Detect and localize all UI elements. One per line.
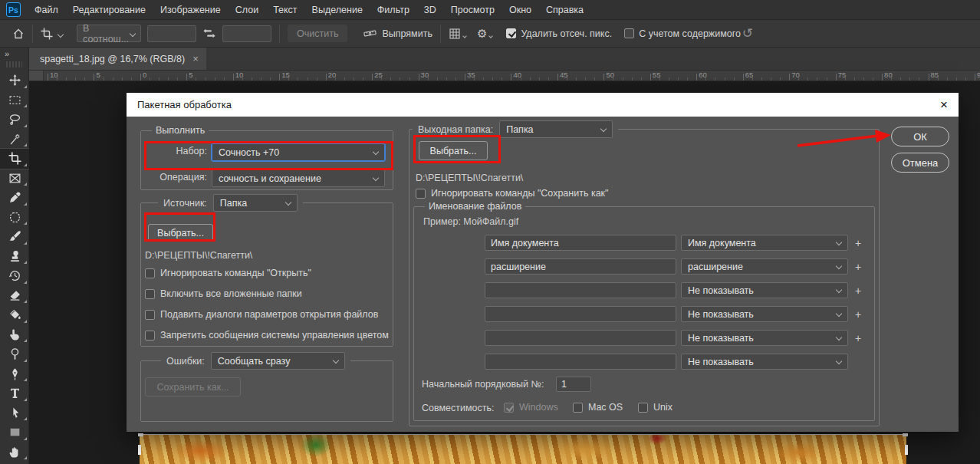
destination-choose-button[interactable]: Выбрать... [419,141,488,160]
menu-item-edit[interactable]: Редактирование [73,5,146,15]
tab-close-icon[interactable]: × [192,53,199,64]
pen-tool[interactable] [0,364,29,384]
naming-field-input-5[interactable] [485,330,676,346]
naming-field-input-2[interactable] [485,258,676,275]
naming-field-select-4[interactable]: Не показывать [681,306,848,322]
crop-width-input[interactable] [147,25,196,42]
rectangle-tool[interactable] [0,423,29,443]
crop-tool-icon[interactable] [41,28,53,40]
document-tab[interactable]: spagetti_18.jpg @ 16,7% (RGB/8) × [29,48,206,70]
menu-item-filter[interactable]: Фильтр [377,5,409,15]
save-as-button[interactable]: Сохранить как... [145,377,241,397]
photoshop-logo[interactable]: Ps [6,2,21,17]
menu-item-window[interactable]: Окно [509,5,531,15]
menu-item-type[interactable]: Текст [273,5,297,15]
naming-field-select-2[interactable]: расширение [681,258,848,275]
set-select[interactable]: Сочность +70 [212,143,385,161]
naming-row: Не показывать+ [485,282,861,298]
naming-field-select-3[interactable]: Не показывать [681,282,848,298]
compat-windows-checkbox[interactable] [504,403,514,413]
naming-row: расширение+ [485,258,861,275]
menu-item-select[interactable]: Выделение [312,5,363,15]
crop-ratio-select[interactable]: В соотнош... [77,25,141,42]
source-option-checkbox[interactable] [145,310,155,320]
source-option-checkbox[interactable] [145,268,155,278]
straighten-icon[interactable] [363,28,377,39]
delete-cropped-pixels-checkbox[interactable] [506,28,516,38]
chevron-down-icon[interactable] [58,31,64,37]
menu-item-layers[interactable]: Слои [235,5,258,15]
naming-field-select-6[interactable]: Не показывать [681,354,848,370]
rectangular-marquee-tool[interactable] [0,90,29,110]
brush-tool[interactable] [0,227,29,247]
serial-number-input[interactable] [556,377,591,392]
naming-field-input-3[interactable] [485,282,676,298]
panel-expand-icon[interactable]: » [0,48,28,60]
add-field-button[interactable]: + [855,285,861,297]
naming-field-input-4[interactable] [485,306,676,322]
move-tool[interactable] [0,71,29,90]
source-legend-row: Источник: Папка [158,194,303,212]
healing-brush-tool[interactable] [0,208,29,228]
menu-item-3d[interactable]: 3D [424,5,436,15]
eyedropper-tool[interactable] [0,188,29,208]
action-select[interactable]: сочность и сохранение [212,169,385,187]
errors-select[interactable]: Сообщать сразу [211,352,345,370]
source-option-checkbox[interactable] [145,331,155,341]
straighten-button[interactable]: Выпрямить [382,28,432,39]
crop-height-input[interactable] [222,25,271,42]
source-option-checkbox[interactable] [145,289,155,299]
source-choose-button[interactable]: Выбрать... [148,224,213,242]
override-save-as-checkbox[interactable] [416,189,426,199]
naming-field-select-5[interactable]: Не показывать [681,330,848,346]
hand-tool[interactable] [0,443,29,462]
history-brush-tool[interactable] [0,266,29,286]
swap-dimensions-icon[interactable] [202,28,216,38]
dodge-tool[interactable] [0,344,29,364]
ok-button[interactable]: ОК [891,127,949,146]
add-field-button[interactable]: + [855,237,861,249]
naming-field-select-value: Имя документа [688,238,756,248]
smudge-tool[interactable] [0,325,29,345]
reset-tool-icon[interactable]: ↺ [742,25,753,41]
compat-macos-checkbox[interactable] [573,403,583,413]
content-aware-checkbox[interactable] [624,28,634,38]
menu-item-image[interactable]: Изображение [160,5,221,15]
add-field-button[interactable]: + [855,261,861,273]
naming-example: Пример: МойФайл.gif [423,216,518,227]
path-selection-tool[interactable] [0,403,29,423]
destination-select[interactable]: Папка [499,120,613,138]
crop-tool[interactable] [0,149,29,169]
paint-bucket-tool[interactable] [0,305,29,325]
compat-unix-checkbox[interactable] [638,403,648,413]
crop-handle[interactable] [905,445,908,455]
eraser-tool[interactable] [0,286,29,306]
ruler-label: 40 [514,71,522,79]
menu-item-file[interactable]: Файл [35,5,58,15]
menu-item-help[interactable]: Справка [546,5,584,15]
crop-handle[interactable] [903,433,908,436]
dialog-title-bar[interactable]: Пакетная обработка × [127,93,959,117]
add-field-button[interactable]: + [855,332,861,344]
add-field-button[interactable]: + [855,308,861,321]
clone-stamp-tool[interactable] [0,247,29,267]
naming-field-input-6[interactable] [485,354,676,370]
naming-field-select-1[interactable]: Имя документа [681,235,848,251]
clear-button[interactable]: Очистить [288,25,347,42]
cancel-button[interactable]: Отмена [891,153,949,173]
overlay-grid-icon[interactable] [449,28,461,40]
menu-item-view[interactable]: Просмотр [451,5,495,15]
home-icon[interactable] [12,28,25,40]
source-select[interactable]: Папка [213,194,298,212]
type-tool[interactable] [0,383,29,403]
crop-settings-gear-icon[interactable]: ⚙ [477,27,487,41]
panel-grip[interactable] [6,61,22,67]
magic-wand-tool[interactable] [0,130,29,150]
crop-handle[interactable] [138,433,143,436]
dialog-close-icon[interactable]: × [940,98,948,111]
crop-handle[interactable] [138,445,141,455]
frame-tool[interactable] [0,169,29,189]
naming-field-input-1[interactable] [485,235,676,251]
ruler-label: 55 [653,71,661,79]
lasso-tool[interactable] [0,110,29,130]
